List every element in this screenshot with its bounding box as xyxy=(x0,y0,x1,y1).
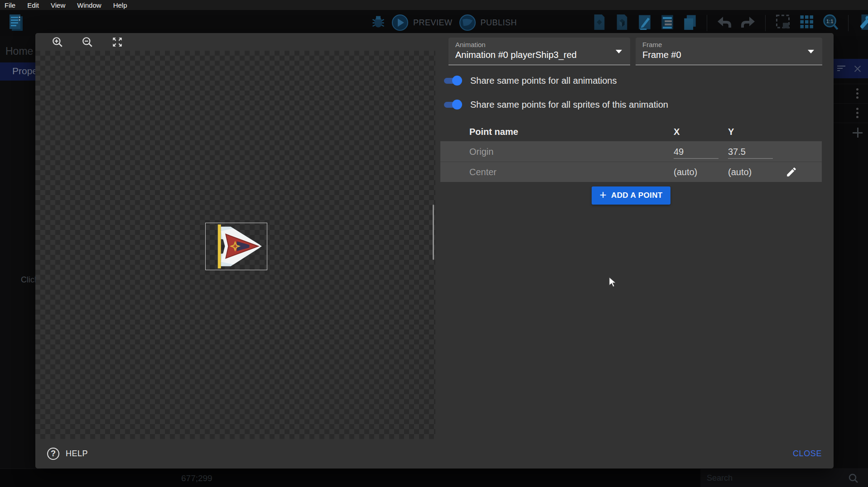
points-table-header: Point name X Y xyxy=(440,122,822,141)
zoom-in-icon[interactable] xyxy=(51,36,64,48)
plus-icon xyxy=(599,190,607,201)
layers-icon[interactable] xyxy=(682,13,698,33)
menu-help[interactable]: Help xyxy=(107,1,133,9)
add-a-point-button[interactable]: ADD A POINT xyxy=(592,186,670,205)
share-points-all-sprites-toggle[interactable] xyxy=(443,100,462,110)
close-button[interactable]: CLOSE xyxy=(793,449,822,458)
point-name: Origin xyxy=(469,146,493,157)
objects-icon[interactable] xyxy=(614,13,630,33)
export-scene-icon[interactable] xyxy=(592,13,607,33)
fit-to-screen-icon[interactable] xyxy=(111,36,124,48)
menu-file[interactable]: File xyxy=(0,1,21,9)
frame-select-value: Frame #0 xyxy=(642,50,681,60)
kebab-menu-icon[interactable] xyxy=(856,88,858,100)
filter-icon[interactable] xyxy=(837,66,845,72)
search-box[interactable]: Search xyxy=(700,469,868,487)
frame-select[interactable]: Frame Frame #0 xyxy=(636,38,822,65)
table-row-origin[interactable]: Origin xyxy=(440,141,822,162)
mask-selection-icon[interactable] xyxy=(775,13,791,33)
share-points-all-animations-toggle[interactable] xyxy=(443,76,462,86)
edit-center-point-button[interactable] xyxy=(785,166,798,179)
toolbar-separator xyxy=(765,15,766,31)
add-object-row[interactable] xyxy=(834,123,868,142)
statusbar: 677;299 Search xyxy=(0,468,868,487)
canvas-toolbar xyxy=(35,33,435,51)
pencil-icon xyxy=(786,166,797,178)
points-panel: Animation Animation #0 playerShip3_red F… xyxy=(435,33,834,439)
cursor-coordinates: 677;299 xyxy=(181,473,212,483)
objects-panel-header xyxy=(834,59,868,78)
undo-icon[interactable] xyxy=(716,14,733,33)
events-list-icon[interactable] xyxy=(660,13,675,33)
main-toolbar: PREVIEW PUBLISH xyxy=(0,10,868,36)
menu-edit[interactable]: Edit xyxy=(21,1,45,9)
center-x-value: (auto) xyxy=(674,167,697,177)
svg-text:1:1: 1:1 xyxy=(826,19,834,24)
redo-icon[interactable] xyxy=(740,14,756,33)
properties-hint-text: Click xyxy=(21,275,35,285)
sprite-canvas-column xyxy=(35,33,435,439)
edit-scene-icon[interactable] xyxy=(637,13,652,33)
sprite-selection-box[interactable] xyxy=(205,223,267,270)
chevron-down-icon xyxy=(616,50,622,53)
animation-select-value: Animation #0 playerShip3_red xyxy=(455,50,577,60)
origin-y-input[interactable] xyxy=(728,146,773,158)
help-label: HELP xyxy=(66,449,88,458)
preview-button[interactable]: PREVIEW xyxy=(391,14,453,31)
play-icon xyxy=(391,14,409,31)
canvas-scrollbar[interactable] xyxy=(433,205,434,260)
object-row[interactable] xyxy=(834,103,868,123)
debug-icon[interactable] xyxy=(371,14,385,32)
mouse-cursor xyxy=(608,277,617,287)
toolbar-separator xyxy=(848,15,849,31)
sprite-preview-canvas[interactable] xyxy=(35,51,435,439)
toggle-label: Share same points for all sprites of thi… xyxy=(470,100,668,110)
animation-select-label: Animation xyxy=(455,41,486,48)
center-y-value: (auto) xyxy=(728,167,752,177)
kebab-menu-icon[interactable] xyxy=(856,108,858,119)
point-name: Center xyxy=(469,167,497,177)
search-placeholder: Search xyxy=(707,473,733,483)
menubar: File Edit View Window Help xyxy=(0,0,868,10)
object-row[interactable] xyxy=(834,84,868,103)
preview-label: PREVIEW xyxy=(413,18,453,28)
close-panel-icon[interactable] xyxy=(854,65,862,73)
search-icon xyxy=(848,473,859,484)
left-panel-background: Home Properties Click xyxy=(0,36,35,468)
animation-select[interactable]: Animation Animation #0 playerShip3_red xyxy=(448,38,630,65)
menu-window[interactable]: Window xyxy=(71,1,107,9)
publish-label: PUBLISH xyxy=(481,18,517,28)
help-button[interactable]: HELP xyxy=(47,448,88,460)
x-header: X xyxy=(674,127,680,137)
grid-icon[interactable] xyxy=(798,13,815,33)
zoom-out-icon[interactable] xyxy=(81,36,94,48)
points-table: Point name X Y Origin Center (auto) (aut… xyxy=(440,122,822,182)
help-icon xyxy=(47,448,59,460)
y-header: Y xyxy=(728,127,734,137)
point-name-header: Point name xyxy=(469,127,518,137)
table-row-center[interactable]: Center (auto) (auto) xyxy=(440,162,822,182)
origin-x-input[interactable] xyxy=(674,146,719,158)
right-panel-background xyxy=(834,36,868,468)
globe-icon xyxy=(459,14,476,31)
debugger-tools-icon[interactable] xyxy=(858,13,868,33)
menu-view[interactable]: View xyxy=(45,1,71,9)
edit-points-dialog: Animation Animation #0 playerShip3_red F… xyxy=(35,33,834,468)
publish-button[interactable]: PUBLISH xyxy=(459,14,517,31)
dialog-footer: HELP CLOSE xyxy=(35,439,834,468)
toggle-label: Share same points for all animations xyxy=(470,76,617,86)
tab-home[interactable]: Home xyxy=(5,45,33,57)
player-ship-sprite xyxy=(206,223,267,270)
project-manager-icon[interactable] xyxy=(7,14,25,35)
frame-select-label: Frame xyxy=(642,41,662,48)
add-point-label: ADD A POINT xyxy=(611,191,663,200)
zoom-ratio-icon[interactable]: 1:1 xyxy=(822,13,839,33)
add-object-icon[interactable] xyxy=(853,128,863,138)
toolbar-separator xyxy=(707,15,707,31)
chevron-down-icon xyxy=(808,50,814,53)
tab-properties[interactable]: Properties xyxy=(0,62,35,81)
